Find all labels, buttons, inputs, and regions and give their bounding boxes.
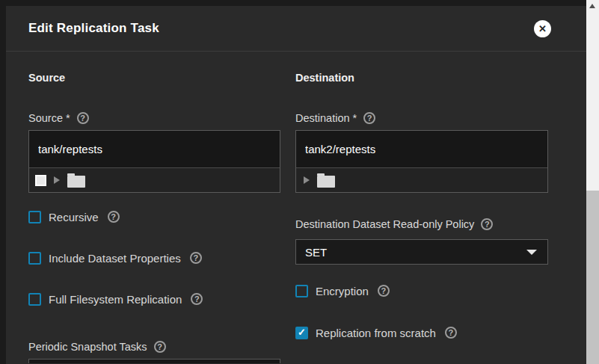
source-column: Source Source * ? Recursive ? — [28, 52, 280, 363]
close-icon[interactable]: ✕ — [534, 20, 551, 37]
readonly-policy-value: SET — [305, 246, 327, 259]
checkbox-recursive[interactable]: Recursive ? — [28, 210, 280, 223]
destination-input[interactable] — [296, 131, 547, 167]
destination-field-label: Destination * — [295, 112, 357, 124]
destination-section-header: Destination — [295, 72, 548, 84]
checkbox-include-dataset-properties[interactable]: Include Dataset Properties ? — [28, 251, 280, 265]
source-field-label: Source * — [28, 112, 70, 124]
periodic-snapshot-tasks-field[interactable] — [28, 359, 280, 363]
edit-replication-task-dialog: Edit Replication Task ✕ Source Source * … — [6, 6, 586, 364]
checkbox-label: Encryption — [316, 285, 369, 297]
readonly-policy-label: Destination Dataset Read-only Policy — [295, 218, 474, 230]
tree-node-checkbox[interactable] — [35, 175, 46, 186]
help-icon[interactable]: ? — [190, 252, 202, 264]
checkbox-label: Replication from scratch — [316, 327, 436, 339]
destination-column: Destination Destination * ? Destination … — [295, 52, 548, 363]
help-icon[interactable]: ? — [77, 112, 89, 124]
scroll-up-arrow-icon[interactable] — [589, 4, 595, 8]
help-icon[interactable]: ? — [378, 285, 390, 297]
readonly-policy-select[interactable]: SET — [295, 239, 548, 265]
help-icon[interactable]: ? — [445, 327, 457, 339]
checkbox[interactable] — [295, 327, 308, 339]
help-icon[interactable]: ? — [108, 211, 120, 223]
folder-icon[interactable] — [317, 176, 335, 188]
folder-icon[interactable] — [67, 176, 85, 188]
checkbox-label: Full Filesystem Replication — [49, 293, 182, 306]
help-icon[interactable]: ? — [154, 341, 166, 353]
checkbox-label: Include Dataset Properties — [49, 252, 181, 265]
help-icon[interactable]: ? — [363, 112, 375, 124]
dialog-body: Source Source * ? Recursive ? — [6, 52, 586, 363]
destination-field-label-row: Destination * ? — [295, 112, 548, 124]
readonly-policy-label-row: Destination Dataset Read-only Policy ? — [295, 218, 548, 230]
dialog-title: Edit Replication Task — [28, 21, 159, 36]
checkbox-replication-from-scratch[interactable]: Replication from scratch ? — [295, 326, 548, 339]
checkbox-full-filesystem-replication[interactable]: Full Filesystem Replication ? — [28, 292, 280, 306]
periodic-snapshot-tasks-label-row: Periodic Snapshot Tasks ? — [28, 341, 280, 353]
checkbox-encryption[interactable]: Encryption ? — [295, 284, 548, 297]
expand-arrow-icon[interactable] — [304, 176, 310, 184]
source-field-label-row: Source * ? — [28, 112, 280, 124]
help-icon[interactable]: ? — [191, 293, 203, 305]
chevron-down-icon — [526, 250, 537, 255]
checkbox[interactable] — [28, 211, 41, 223]
scrollbar-thumb[interactable] — [586, 191, 599, 364]
checkbox[interactable] — [28, 252, 41, 265]
source-section-header: Source — [28, 72, 280, 84]
destination-dataset-explorer — [295, 130, 548, 193]
expand-arrow-icon[interactable] — [54, 176, 60, 184]
checkbox[interactable] — [28, 293, 41, 306]
source-tree-row[interactable] — [29, 167, 280, 192]
destination-tree-row[interactable] — [296, 167, 547, 192]
periodic-snapshot-tasks-label: Periodic Snapshot Tasks — [28, 341, 147, 353]
source-dataset-explorer — [28, 130, 280, 193]
vertical-scrollbar[interactable] — [586, 0, 599, 364]
checkbox[interactable] — [295, 285, 308, 297]
source-input[interactable] — [29, 131, 280, 167]
dialog-header: Edit Replication Task ✕ — [6, 6, 586, 52]
checkbox-label: Recursive — [49, 211, 99, 223]
help-icon[interactable]: ? — [481, 218, 493, 230]
